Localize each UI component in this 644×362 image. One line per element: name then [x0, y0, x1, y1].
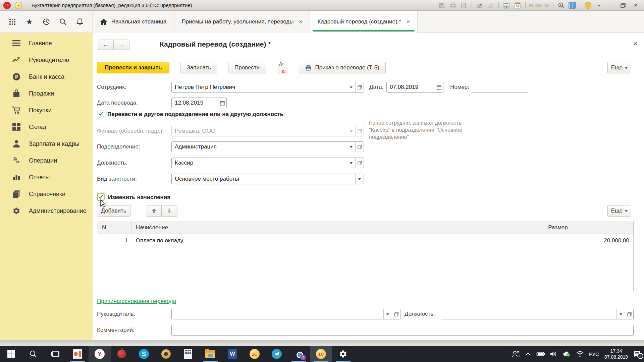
taskbar-app-yandex-browser[interactable]: Y	[89, 346, 111, 362]
dropdown-button[interactable]	[383, 309, 392, 319]
dropdown-button[interactable]	[355, 174, 364, 184]
column-header-accrual[interactable]: Начисление	[132, 221, 544, 234]
sidebar-item-main[interactable]: Главное	[0, 35, 93, 52]
go-to-link-icon[interactable]	[475, 1, 484, 9]
move-up-button[interactable]	[146, 205, 162, 217]
table-more-button[interactable]: Еще	[607, 205, 631, 217]
volume-icon[interactable]	[550, 351, 557, 357]
memory-m-plus-button[interactable]: М+	[535, 3, 542, 8]
get-link-icon[interactable]	[486, 1, 495, 9]
people-icon[interactable]	[512, 351, 520, 357]
sidebar-item-administration[interactable]: Администрирование	[0, 202, 93, 219]
calendar-picker-button[interactable]	[435, 82, 443, 92]
tab-home[interactable]: Начальная страница	[93, 11, 174, 33]
window-close-button[interactable]: ×	[631, 1, 641, 9]
employee-field[interactable]: Петров Петр Петрович	[171, 82, 364, 93]
clock[interactable]: 17:3407.08.2019	[604, 348, 628, 360]
action-center-icon[interactable]: 3	[633, 351, 641, 357]
sidebar-item-operations[interactable]: ДтКт Операции	[0, 152, 93, 169]
sidebar-item-salary-hr[interactable]: Зарплата и кадры	[0, 135, 93, 152]
search-icon[interactable]	[59, 17, 67, 26]
window-minimize-button[interactable]: −	[606, 1, 616, 9]
move-down-button[interactable]	[162, 205, 177, 217]
save-button[interactable]: Записать	[180, 62, 217, 73]
print-icon[interactable]	[448, 1, 457, 9]
manager-field[interactable]	[171, 309, 400, 319]
language-indicator[interactable]: РУС	[589, 351, 599, 357]
taskbar-app-word[interactable]: W	[221, 346, 244, 362]
taskbar-app-clock[interactable]	[155, 346, 177, 362]
split-view-icon[interactable]	[568, 1, 577, 9]
post-and-close-button[interactable]: Провести и закрыть	[97, 62, 169, 73]
save-icon[interactable]	[437, 1, 446, 9]
sidebar-item-manager[interactable]: Руководителю	[0, 52, 93, 68]
open-button[interactable]	[355, 158, 364, 168]
sidebar-item-warehouse[interactable]: Склад	[0, 119, 93, 135]
taskbar-search-icon[interactable]	[22, 346, 44, 362]
sidebar-item-purchases[interactable]: Покупки	[0, 102, 93, 119]
sidebar-item-reports[interactable]: Отчеты	[0, 169, 93, 186]
info-icon[interactable]: i	[584, 1, 592, 9]
calculator-icon[interactable]	[502, 1, 511, 9]
print-order-button[interactable]: Приказ о переводе (Т-5)	[299, 62, 385, 73]
memory-m-minus-button[interactable]: М-	[544, 3, 550, 8]
chevron-down-icon[interactable]	[595, 1, 603, 9]
memory-m-button[interactable]: М	[529, 3, 533, 8]
taskbar-app-skype[interactable]: S	[133, 346, 155, 362]
taskbar-app-settings[interactable]	[332, 346, 354, 362]
window-restore-button[interactable]	[618, 1, 628, 9]
table-row[interactable]: 1 Оплата по окладу 20 000,00	[97, 234, 633, 247]
transfer-date-field[interactable]: 12.08.2019	[171, 98, 227, 108]
open-button[interactable]	[355, 82, 364, 92]
main-menu-dropdown-button[interactable]	[15, 2, 22, 9]
open-button[interactable]	[392, 309, 400, 319]
notifications-bell-icon[interactable]	[75, 17, 84, 26]
open-button[interactable]	[355, 142, 364, 152]
battery-icon[interactable]	[536, 352, 545, 356]
date-field[interactable]: 07.08.2019	[386, 82, 443, 93]
tray-expand-chevron-icon[interactable]	[525, 352, 531, 356]
dropdown-button[interactable]	[616, 309, 625, 319]
number-field[interactable]	[471, 82, 528, 93]
transfer-checkbox[interactable]	[98, 111, 104, 117]
forward-button[interactable]: →	[114, 40, 129, 50]
tab-hr-list[interactable]: Приемы на работу, увольнения, переводы ×	[174, 11, 310, 33]
taskbar-app-apple[interactable]	[111, 346, 133, 362]
history-icon[interactable]	[42, 17, 51, 26]
change-accruals-checkbox-label[interactable]: Изменить начисления	[108, 194, 170, 201]
dropdown-button[interactable]	[347, 142, 355, 152]
zoom-icon[interactable]	[557, 1, 566, 9]
taskbar-app-chrome[interactable]: T	[288, 346, 310, 362]
sidebar-item-directories[interactable]: Справочники	[0, 186, 93, 202]
calendar-icon[interactable]: 31	[513, 1, 522, 9]
taskbar-app-explorer[interactable]	[199, 346, 221, 362]
form-more-button[interactable]: Еще	[607, 62, 631, 73]
taskbar-app-1c[interactable]: 1С	[244, 346, 266, 362]
preview-icon[interactable]	[460, 1, 468, 9]
post-button[interactable]: Провести	[228, 62, 266, 73]
apps-grid-icon[interactable]	[8, 17, 17, 26]
sidebar-item-sales[interactable]: Продажи	[0, 85, 93, 102]
task-view-icon[interactable]	[44, 346, 66, 362]
tab-close-icon[interactable]: ×	[407, 18, 410, 25]
calendar-picker-button[interactable]	[218, 98, 226, 108]
dropdown-button[interactable]	[347, 82, 355, 92]
back-button[interactable]: ←	[98, 40, 114, 50]
taskbar-app-calculator[interactable]	[177, 346, 199, 362]
taskbar-app-1c-active[interactable]: 1С	[310, 346, 332, 362]
transfer-checkbox-label[interactable]: Перевести в другое подразделение или на …	[107, 111, 283, 118]
start-button[interactable]	[0, 346, 22, 362]
form-close-button[interactable]: ×	[633, 40, 637, 48]
open-button[interactable]	[625, 309, 633, 319]
taskbar-app-telegram[interactable]	[266, 346, 288, 362]
position-field[interactable]: Кассир	[171, 158, 364, 168]
wifi-icon[interactable]	[576, 351, 584, 357]
favorites-star-icon[interactable]: ★	[25, 17, 34, 26]
dropdown-button[interactable]	[347, 158, 355, 168]
department-field[interactable]: Администрация	[171, 141, 364, 152]
column-header-n[interactable]: N	[97, 221, 132, 234]
sidebar-item-bank-cash[interactable]: ₽ Банк и касса	[0, 68, 93, 85]
comment-field[interactable]	[171, 325, 634, 336]
show-postings-button[interactable]: ДтКт	[277, 62, 288, 73]
tab-close-icon[interactable]: ×	[299, 18, 302, 25]
